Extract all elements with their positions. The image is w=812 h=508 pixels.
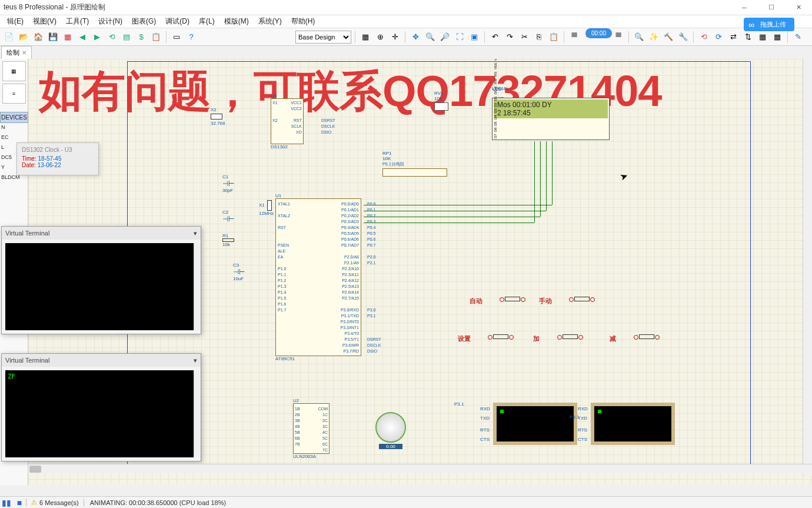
sim-pause-button[interactable]: ▮▮: [0, 497, 13, 509]
minimize-button[interactable]: ─: [731, 0, 758, 15]
button-manual[interactable]: [557, 297, 598, 313]
vterm2-body[interactable]: ZF: [5, 370, 197, 457]
component-motor[interactable]: 0.00: [375, 412, 406, 450]
instrument-vterm-2[interactable]: RXD TXD RTS CTS: [591, 403, 675, 445]
menu-design[interactable]: 设计(N): [94, 15, 127, 28]
device-item[interactable]: EC: [1, 132, 28, 142]
maximize-button[interactable]: ☐: [758, 0, 785, 15]
device-item[interactable]: N: [1, 122, 28, 132]
devices-header: DEVICES: [0, 112, 28, 123]
component-rp1[interactable]: RP1 10K P0上拉电阻: [382, 151, 447, 177]
tool-rot1-icon[interactable]: ⟲: [697, 31, 710, 44]
tool-new-icon[interactable]: 📄: [2, 31, 15, 44]
upload-pill[interactable]: 拖拽上传: [744, 18, 794, 31]
button-set[interactable]: [475, 334, 517, 351]
tool-doc-icon[interactable]: ▤: [120, 31, 133, 44]
tool-origin-icon[interactable]: ⊕: [374, 31, 387, 44]
component-u2[interactable]: U2 1B2B3B4B5B6B7B COM1C2C3C4C5C6C7C ULN2…: [293, 398, 330, 459]
tool-nav-fwd-icon[interactable]: ▶: [91, 31, 104, 44]
button-plus[interactable]: [545, 334, 586, 351]
tool-zoomin-icon[interactable]: 🔍: [424, 31, 437, 44]
tool-zoomarea-icon[interactable]: ▣: [468, 31, 481, 44]
vterm1-scrollbar[interactable]: [194, 243, 201, 330]
palette-overview[interactable]: ▦: [2, 61, 26, 81]
vertical-scrollbar[interactable]: [803, 59, 812, 476]
close-button[interactable]: ✕: [785, 0, 812, 15]
component-x1[interactable]: X1 12MHz: [259, 200, 274, 216]
tool-misc1-icon[interactable]: ▦: [756, 31, 769, 44]
component-c2[interactable]: C2 ⊣⊢: [222, 210, 234, 223]
component-rv1[interactable]: RV1 10k: [434, 91, 448, 111]
tool-align1-icon[interactable]: ▀: [568, 31, 581, 44]
tool-search-icon[interactable]: 🔍: [633, 31, 645, 44]
design-selector[interactable]: Base Design: [295, 31, 351, 44]
vterm1-body[interactable]: [5, 243, 197, 330]
tool-wrench-icon[interactable]: 🔧: [677, 31, 690, 44]
tool-rot2-icon[interactable]: ⟳: [712, 31, 725, 44]
virtual-terminal-window-1[interactable]: Virtual Terminal ▾: [1, 226, 201, 334]
tool-cut-icon[interactable]: ✂: [518, 31, 531, 44]
part-u2: ULN2003A: [293, 454, 330, 459]
tool-hammer-icon[interactable]: 🔨: [662, 31, 675, 44]
component-lcd[interactable]: LCD Mos 00:01:00 DY 2 18:57:45 D7D6D5 D4…: [492, 98, 610, 140]
vterm1-menu-icon[interactable]: ▾: [194, 230, 197, 237]
tool-flip2-icon[interactable]: ⇅: [741, 31, 754, 44]
horizontal-scrollbar[interactable]: [28, 464, 812, 473]
menu-view[interactable]: 视图(V): [28, 15, 61, 28]
tool-flip1-icon[interactable]: ⇄: [727, 31, 740, 44]
menu-template[interactable]: 模版(M): [219, 15, 254, 28]
tool-zoomout-icon[interactable]: 🔎: [438, 31, 451, 44]
menu-chart[interactable]: 图表(G): [127, 15, 161, 28]
ref-rv1: RV1: [434, 91, 448, 96]
tool-help-icon[interactable]: ?: [185, 31, 198, 44]
tool-pen-icon[interactable]: ✎: [791, 31, 804, 44]
tool-undo-icon[interactable]: ↶: [488, 31, 501, 44]
menu-tools[interactable]: 工具(T): [61, 15, 94, 28]
tool-grid-icon[interactable]: ▦: [359, 31, 372, 44]
tool-paste-icon[interactable]: 📋: [547, 31, 560, 44]
tool-report-icon[interactable]: 📋: [149, 31, 162, 44]
component-c3[interactable]: C3 ⊣⊢ 10uF: [233, 263, 245, 281]
component-u3[interactable]: U3 X1 X2 VCC1VCC2 RSTSCLKI/O DS1302: [271, 93, 304, 150]
tool-align4-icon[interactable]: ▀: [612, 31, 625, 44]
messages-text: 6 Message(s): [39, 499, 79, 506]
menu-debug[interactable]: 调试(D): [161, 15, 194, 28]
component-x2[interactable]: X2 32.768: [211, 107, 225, 126]
vterm2-scrollbar[interactable]: [194, 370, 201, 457]
instrument-vterm-1[interactable]: RXD TXD RTS CTS: [493, 403, 577, 445]
menu-help[interactable]: 帮助(H): [287, 15, 320, 28]
component-c1[interactable]: C1 ⊣⊢ 30pF: [222, 174, 234, 193]
tool-wand-icon[interactable]: ✨: [647, 31, 660, 44]
component-r1[interactable]: R1 10k: [222, 233, 234, 247]
ds1302-info-box[interactable]: DS1302 Clock - U3 Time: 18-57-45 Date: 1…: [16, 142, 99, 175]
menu-lib[interactable]: 库(L): [194, 15, 219, 28]
component-u1[interactable]: U1 XTAL1 XTAL2 RST PSENALEEA P1.0P1.1P1.…: [275, 193, 361, 361]
tab-close-icon[interactable]: ✕: [22, 49, 26, 56]
tool-refresh-icon[interactable]: ⟲: [105, 31, 118, 44]
tab-schematic[interactable]: 绘制 ✕: [1, 46, 32, 59]
status-messages[interactable]: ⚠ 6 Message(s): [26, 499, 84, 506]
button-auto[interactable]: [487, 297, 528, 313]
virtual-terminal-window-2[interactable]: Virtual Terminal ▾ ZF: [1, 353, 201, 461]
menu-edit[interactable]: 辑(E): [2, 15, 28, 28]
tool-home-icon[interactable]: 🏠: [32, 31, 45, 44]
tool-dollar-icon[interactable]: $: [135, 31, 148, 44]
tool-cursor-icon[interactable]: ✛: [388, 31, 401, 44]
tool-zoomfit-icon[interactable]: ⛶: [453, 31, 466, 44]
tool-pan-icon[interactable]: ✥: [409, 31, 422, 44]
tool-copy-icon[interactable]: ⎘: [533, 31, 545, 44]
tool-open-icon[interactable]: 📂: [17, 31, 30, 44]
palette-parts[interactable]: ≡: [2, 84, 26, 104]
tool-sheet-icon[interactable]: ▭: [170, 31, 183, 44]
button-minus[interactable]: [621, 334, 663, 351]
ref-c2: C2: [222, 210, 234, 215]
tool-redo-icon[interactable]: ↷: [503, 31, 516, 44]
vterm2-menu-icon[interactable]: ▾: [194, 357, 197, 364]
tool-chip-icon[interactable]: ▦: [61, 31, 74, 44]
tool-save-icon[interactable]: 💾: [46, 31, 59, 44]
menu-system[interactable]: 系统(Y): [254, 15, 287, 28]
tool-nav-back-icon[interactable]: ◀: [76, 31, 89, 44]
tool-misc2-icon[interactable]: ▦: [771, 31, 784, 44]
sim-stop-button[interactable]: ■: [13, 497, 26, 509]
wire: [364, 223, 534, 223]
